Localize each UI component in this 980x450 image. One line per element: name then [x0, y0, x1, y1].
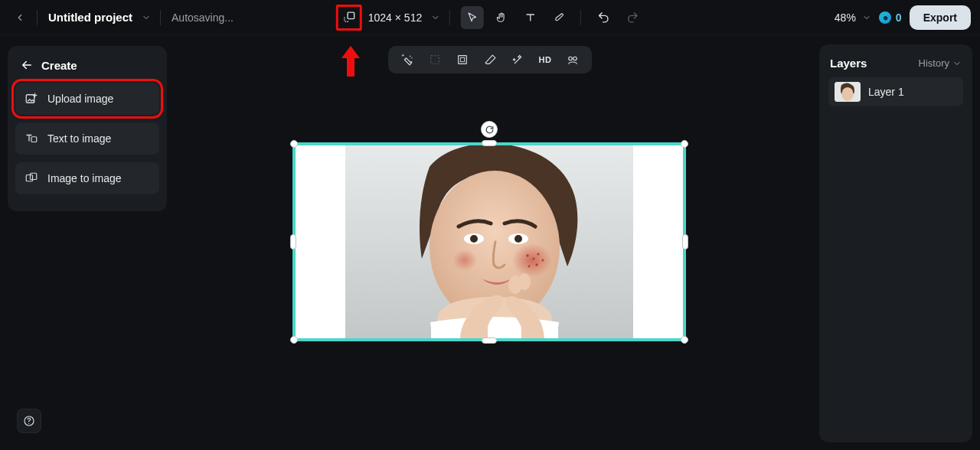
- redo-button: [621, 6, 644, 29]
- annotation-highlight-resize: [336, 5, 362, 31]
- layer-item[interactable]: Layer 1: [828, 77, 963, 106]
- svg-point-28: [518, 273, 531, 290]
- rotate-handle[interactable]: [481, 121, 498, 138]
- undo-button[interactable]: [592, 6, 615, 29]
- separator: [449, 10, 450, 25]
- svg-rect-1: [26, 95, 34, 103]
- history-label: History: [919, 57, 949, 69]
- magic-select-icon[interactable]: [399, 51, 416, 68]
- svg-point-6: [411, 57, 413, 59]
- upload-image-icon: [24, 92, 38, 106]
- sidebar-item-label: Image to image: [47, 172, 122, 184]
- resize-handle-bl[interactable]: [290, 336, 298, 344]
- svg-rect-0: [348, 12, 354, 19]
- zoom-control[interactable]: 48%: [835, 11, 871, 24]
- svg-point-26: [452, 249, 477, 271]
- svg-point-23: [535, 263, 537, 266]
- image-to-image-button[interactable]: Image to image: [15, 162, 159, 194]
- separator: [160, 10, 161, 25]
- create-panel-title: Create: [41, 59, 77, 72]
- canvas-toolbar: 1024 × 512: [336, 5, 644, 31]
- chevron-down-icon[interactable]: [142, 13, 151, 22]
- svg-rect-7: [431, 56, 439, 64]
- sidebar-item-label: Text to image: [47, 132, 111, 145]
- layer-thumbnail: [835, 82, 861, 102]
- svg-point-17: [470, 235, 478, 243]
- svg-point-22: [537, 253, 539, 255]
- svg-point-10: [569, 57, 573, 60]
- svg-rect-8: [459, 56, 467, 64]
- text-tool[interactable]: [519, 6, 542, 29]
- pan-tool[interactable]: [490, 6, 513, 29]
- canvas[interactable]: [294, 144, 684, 340]
- layer-name: Layer 1: [868, 86, 904, 98]
- history-toggle[interactable]: History: [919, 57, 962, 69]
- svg-rect-9: [460, 57, 464, 61]
- resize-handle-tr[interactable]: [681, 140, 688, 148]
- svg-rect-3: [26, 175, 32, 181]
- resize-handle-b[interactable]: [482, 338, 497, 344]
- top-right-tools: 48% 0 Export: [835, 5, 971, 30]
- top-bar: Untitled project Autosaving... 1024 × 51…: [0, 0, 980, 35]
- canvas-frame: [294, 144, 684, 340]
- svg-point-5: [410, 56, 411, 57]
- variations-icon[interactable]: [564, 51, 581, 68]
- credit-icon: [879, 11, 891, 24]
- autosave-status: Autosaving...: [172, 11, 234, 24]
- chevron-down-icon[interactable]: [431, 13, 440, 22]
- layers-panel: Layers History Layer 1: [819, 44, 972, 442]
- back-button[interactable]: [12, 10, 28, 25]
- svg-point-21: [533, 258, 535, 260]
- resize-handle-tl[interactable]: [290, 140, 298, 148]
- frame-icon[interactable]: [454, 51, 471, 68]
- layers-panel-title: Layers: [830, 57, 867, 70]
- sidebar-item-label: Upload image: [47, 93, 113, 105]
- hd-upscale-button[interactable]: HD: [537, 51, 554, 68]
- svg-point-18: [514, 235, 522, 243]
- svg-point-20: [526, 254, 528, 256]
- zoom-value: 48%: [835, 11, 856, 24]
- create-panel: Create Upload image Text to image Image …: [8, 46, 167, 211]
- svg-point-19: [512, 243, 552, 277]
- brush-tool[interactable]: [548, 6, 571, 29]
- svg-point-11: [573, 57, 577, 60]
- separator: [580, 10, 581, 25]
- select-tool[interactable]: [461, 6, 484, 29]
- svg-rect-2: [31, 137, 37, 142]
- resize-handle-r[interactable]: [682, 234, 688, 249]
- chevron-down-icon: [862, 13, 871, 22]
- separator: [37, 10, 38, 25]
- credits-indicator[interactable]: 0: [879, 11, 902, 24]
- svg-point-32: [28, 423, 29, 424]
- create-panel-back[interactable]: Create: [15, 55, 159, 83]
- layer-image[interactable]: [345, 144, 633, 340]
- crop-square-icon[interactable]: [426, 51, 443, 68]
- svg-point-24: [528, 266, 531, 268]
- resize-handle-br[interactable]: [681, 336, 688, 344]
- svg-point-25: [542, 259, 544, 262]
- help-button[interactable]: [17, 409, 41, 433]
- svg-rect-4: [31, 173, 37, 179]
- credit-count: 0: [896, 11, 902, 24]
- magic-wand-icon[interactable]: [509, 51, 526, 68]
- resize-handle-t[interactable]: [482, 140, 497, 146]
- canvas-dimensions[interactable]: 1024 × 512: [368, 11, 422, 24]
- project-title[interactable]: Untitled project: [48, 11, 132, 24]
- image-to-image-icon: [24, 171, 38, 185]
- resize-handle-l[interactable]: [290, 234, 296, 249]
- resize-canvas-button[interactable]: [340, 6, 358, 29]
- context-toolbar: HD: [388, 46, 592, 73]
- text-to-image-icon: [24, 132, 38, 145]
- annotation-arrow: [342, 46, 359, 77]
- text-to-image-button[interactable]: Text to image: [15, 122, 159, 155]
- export-button[interactable]: Export: [910, 5, 971, 30]
- eraser-icon[interactable]: [482, 51, 498, 68]
- upload-image-button[interactable]: Upload image: [15, 83, 159, 115]
